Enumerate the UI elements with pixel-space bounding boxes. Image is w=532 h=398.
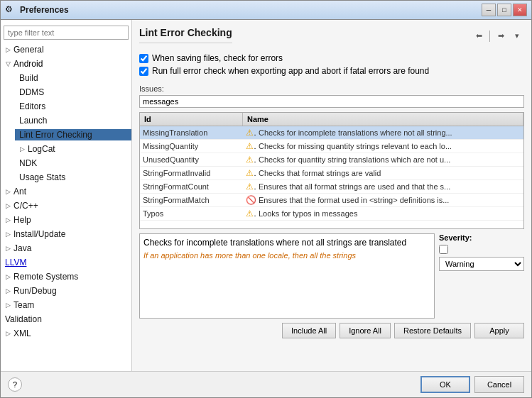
- sidebar-item-ndk[interactable]: NDK: [15, 156, 131, 170]
- cell-name: Checks for quantity string translations …: [256, 154, 523, 165]
- expand-icon: ▷: [4, 231, 12, 238]
- severity-select[interactable]: Warning Error Info Ignore: [439, 257, 524, 271]
- cell-id: StringFormatCount: [140, 181, 243, 192]
- checkbox-save[interactable]: [139, 54, 148, 63]
- window-controls: ─ □ ✕: [482, 4, 527, 16]
- sidebar-item-lint[interactable]: Lint Error Checking: [15, 128, 131, 142]
- sidebar-item-cplusplus[interactable]: ▷ C/C++: [1, 199, 131, 213]
- sidebar-label: C/C++: [12, 201, 38, 211]
- table-row[interactable]: StringFormatCount ⚠ Ensures that all for…: [140, 180, 523, 194]
- sidebar-label: Android: [12, 59, 43, 69]
- sidebar-label: LLVM: [4, 258, 26, 267]
- sidebar-item-validation[interactable]: Validation: [1, 312, 131, 326]
- sidebar-item-logcat[interactable]: ▷ LogCat: [15, 142, 131, 156]
- expand-icon: ▷: [4, 216, 12, 223]
- bottom-section: Checks for incomplete translations where…: [139, 233, 524, 319]
- error-icon: 🚫: [243, 194, 256, 206]
- issues-input[interactable]: [139, 95, 524, 108]
- sidebar-item-llvm[interactable]: LLVM: [1, 255, 131, 270]
- description-main: Checks for incomplete translations where…: [143, 238, 430, 248]
- cell-name: Checks that format strings are valid: [256, 167, 523, 179]
- sidebar-label: Usage Stats: [18, 172, 65, 182]
- sidebar-item-install[interactable]: ▷ Install/Update: [1, 227, 131, 241]
- main-content: ▷ General ▽ Android Build: [1, 20, 531, 371]
- sidebar-item-run-debug[interactable]: ▷ Run/Debug: [1, 284, 131, 298]
- checkbox-export[interactable]: [139, 67, 148, 76]
- cell-id: StringFormatInvalid: [140, 167, 243, 179]
- sidebar-label: Lint Error Checking: [18, 130, 92, 140]
- sidebar-item-general[interactable]: ▷ General: [1, 43, 131, 57]
- cell-id: MissingTranslation: [140, 127, 243, 138]
- sidebar-label: Team: [12, 300, 34, 310]
- sidebar-item-team[interactable]: ▷ Team: [1, 298, 131, 312]
- sidebar-item-build[interactable]: Build: [15, 71, 131, 85]
- checkbox-row-export: Run full error check when exporting app …: [139, 66, 524, 76]
- description-italic: If an application has more than one loca…: [143, 251, 430, 260]
- include-all-button[interactable]: Include All: [282, 323, 336, 338]
- sidebar-label: General: [12, 45, 44, 55]
- expand-icon: ▷: [4, 245, 12, 252]
- ok-button[interactable]: OK: [420, 376, 470, 393]
- sidebar-item-android[interactable]: ▽ Android: [1, 57, 131, 71]
- checkbox-save-label: When saving files, check for errors: [152, 53, 283, 63]
- ignore-all-button[interactable]: Ignore All: [340, 323, 391, 338]
- sidebar-item-launch[interactable]: Launch: [15, 114, 131, 128]
- table-row[interactable]: MissingQuantity ⚠ Checks for missing qua…: [140, 140, 523, 153]
- table-row[interactable]: MissingTranslation ⚠ Checks for incomple…: [140, 126, 523, 140]
- sidebar-label: Validation: [4, 314, 42, 324]
- sidebar-item-help[interactable]: ▷ Help: [1, 213, 131, 227]
- checkbox-row-save: When saving files, check for errors: [139, 53, 524, 63]
- action-buttons: Include All Ignore All Restore Defaults …: [139, 323, 524, 338]
- close-button[interactable]: ✕: [513, 4, 527, 16]
- checkbox-export-label: Run full error check when exporting app …: [152, 66, 429, 76]
- warn-icon: ⚠: [243, 180, 256, 193]
- cancel-button[interactable]: Cancel: [474, 376, 524, 393]
- table-row[interactable]: Typos ⚠ Looks for typos in messages: [140, 207, 523, 221]
- expand-icon: ▷: [4, 202, 12, 209]
- sidebar-item-ant[interactable]: ▷ Ant: [1, 184, 131, 199]
- cell-name: Ensures that all format strings are used…: [256, 181, 523, 192]
- filter-input[interactable]: [4, 26, 129, 40]
- sidebar-label: Java: [12, 243, 31, 253]
- severity-checkbox[interactable]: [439, 245, 448, 254]
- apply-button[interactable]: Apply: [474, 323, 524, 338]
- bottom-buttons: OK Cancel: [420, 376, 524, 393]
- restore-defaults-button[interactable]: Restore Defaults: [394, 323, 471, 338]
- toolbar-icons: ⬅ ➡ ▾: [472, 30, 524, 43]
- description-box: Checks for incomplete translations where…: [139, 233, 435, 319]
- window-icon: ⚙: [5, 4, 16, 16]
- preferences-window: ⚙ Preferences ─ □ ✕ ▷ General ▽ Andro: [0, 0, 532, 398]
- table-row[interactable]: StringFormatMatch 🚫 Ensures that the for…: [140, 194, 523, 207]
- forward-icon[interactable]: ➡: [494, 30, 508, 43]
- expand-icon: ▷: [4, 188, 12, 195]
- expand-icon: ▷: [4, 302, 12, 309]
- help-icon[interactable]: ?: [8, 377, 22, 392]
- table-row[interactable]: UnusedQuantity ⚠ Checks for quantity str…: [140, 153, 523, 167]
- expand-icon: ▷: [4, 287, 12, 294]
- maximize-button[interactable]: □: [497, 4, 511, 16]
- col-id: Id: [140, 113, 243, 126]
- cell-name: Ensures that the format used in <string>…: [256, 194, 523, 206]
- sep: [489, 31, 490, 42]
- table-row[interactable]: StringFormatInvalid ⚠ Checks that format…: [140, 167, 523, 180]
- sidebar-item-remote-systems[interactable]: ▷ Remote Systems: [1, 270, 131, 284]
- cell-name: Checks for incomplete translations where…: [256, 127, 523, 138]
- expand-icon: ▷: [4, 273, 12, 280]
- back-icon[interactable]: ⬅: [472, 30, 486, 43]
- warn-icon: ⚠: [243, 126, 256, 139]
- issues-table: Id Name MissingTranslation ⚠ Checks for …: [139, 112, 524, 229]
- sidebar-item-editors[interactable]: Editors: [15, 99, 131, 114]
- sidebar: ▷ General ▽ Android Build: [1, 20, 132, 371]
- sidebar-item-usage-stats[interactable]: Usage Stats: [15, 170, 131, 184]
- cell-name: Looks for typos in messages: [256, 208, 523, 219]
- sidebar-label: NDK: [18, 158, 37, 168]
- issues-label: Issues:: [139, 84, 524, 93]
- sidebar-item-ddms[interactable]: DDMS: [15, 85, 131, 99]
- sidebar-label: Install/Update: [12, 229, 65, 239]
- warn-icon: ⚠: [243, 167, 256, 179]
- dropdown-icon[interactable]: ▾: [510, 30, 524, 43]
- sidebar-item-java[interactable]: ▷ Java: [1, 241, 131, 255]
- minimize-button[interactable]: ─: [482, 4, 496, 16]
- sidebar-item-xml[interactable]: ▷ XML: [1, 326, 131, 341]
- severity-label: Severity:: [439, 233, 524, 242]
